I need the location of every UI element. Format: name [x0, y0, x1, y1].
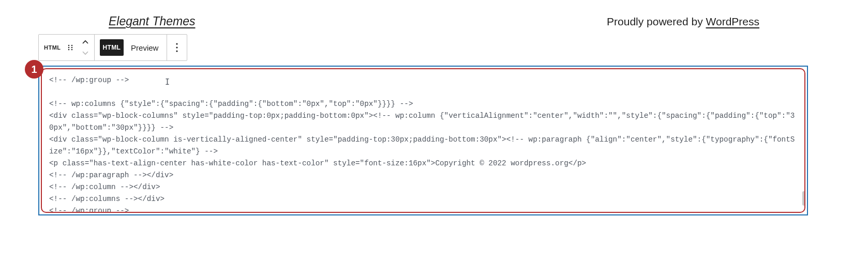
code-content[interactable]: <!-- /wp:group --> <!-- wp:columns {"sty… — [49, 74, 798, 213]
block-type-group: HTML — [39, 35, 95, 60]
wordpress-link[interactable]: WordPress — [706, 16, 759, 27]
move-down-button[interactable] — [82, 48, 89, 57]
svg-point-6 — [176, 43, 178, 44]
svg-point-2 — [68, 47, 69, 48]
block-type-label: HTML — [44, 44, 61, 51]
view-mode-group: HTML Preview — [95, 35, 168, 60]
svg-point-4 — [68, 49, 69, 50]
svg-point-0 — [68, 45, 69, 46]
more-vertical-icon — [175, 42, 178, 53]
powered-by-prefix: Proudly powered by — [607, 16, 706, 27]
page-header: Elegant Themes Proudly powered by WordPr… — [0, 0, 868, 38]
drag-handle-icon[interactable] — [65, 42, 76, 53]
svg-point-8 — [176, 50, 178, 52]
preview-mode-button[interactable]: Preview — [128, 43, 161, 52]
code-editor-block[interactable]: I <!-- /wp:group --> <!-- wp:columns {"s… — [38, 66, 808, 215]
scrollbar-thumb[interactable] — [802, 191, 805, 206]
svg-point-3 — [71, 47, 72, 48]
step-badge: 1 — [25, 60, 43, 79]
move-controls — [82, 38, 89, 57]
html-mode-button[interactable]: HTML — [100, 39, 124, 56]
text-cursor: I — [165, 78, 170, 87]
code-editor-highlight: I <!-- /wp:group --> <!-- wp:columns {"s… — [41, 68, 805, 213]
scrollbar[interactable] — [802, 71, 805, 210]
block-toolbar: HTML HTML Preview — [38, 34, 187, 61]
move-up-button[interactable] — [82, 38, 89, 47]
svg-point-7 — [176, 47, 178, 48]
theme-link[interactable]: Elegant Themes — [109, 14, 195, 28]
svg-point-5 — [71, 49, 72, 50]
svg-point-1 — [71, 45, 72, 46]
powered-by-text: Proudly powered by WordPress — [607, 16, 759, 28]
more-options-button[interactable] — [167, 35, 187, 60]
